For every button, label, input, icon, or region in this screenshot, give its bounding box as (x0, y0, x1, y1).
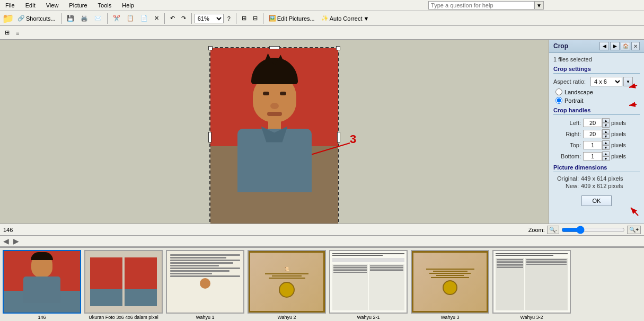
cut-btn[interactable]: ✂️ (110, 13, 123, 23)
landscape-radio[interactable] (555, 88, 562, 95)
annotation-3: 3 (350, 132, 356, 146)
filmstrip-item-4[interactable]: Wahyu 2-1 (329, 250, 408, 320)
files-selected-text: 1 files selected (553, 56, 640, 63)
menu-picture[interactable]: Picture (66, 1, 90, 10)
bottom-up-btn[interactable]: ▲ (602, 151, 610, 156)
filmstrip-thumb-3: 📜 (248, 250, 326, 314)
right-input[interactable]: 20 (583, 130, 602, 138)
filmstrip-label-0: 146 (38, 315, 46, 320)
separator2 (107, 13, 108, 24)
menu-file[interactable]: File (2, 1, 18, 10)
crop-handle-tl[interactable] (208, 46, 213, 50)
right-pixels-label: pixels (611, 131, 626, 137)
filmstrip-item-5[interactable]: Wahyu 3 (410, 250, 490, 320)
filmstrip-item-0[interactable]: 146 (2, 250, 82, 320)
aspect-ratio-row: Aspect ratio: 4 x 6 3 x 5 2 x 3 ▼ (553, 77, 640, 86)
nav-left-btn[interactable]: ◀ (3, 237, 9, 245)
top-pixels-label: pixels (611, 142, 626, 148)
portrait-radio[interactable] (555, 97, 562, 104)
view-btn1[interactable]: ⊞ (2, 28, 12, 38)
menu-tools[interactable]: Tools (95, 1, 115, 10)
email-btn[interactable]: ✉️ (92, 13, 104, 23)
filmstrip-item-3[interactable]: 📜 Wahyu 2 (247, 250, 327, 320)
ok-button[interactable]: OK (581, 195, 612, 206)
save-btn[interactable]: 💾 (64, 13, 77, 23)
menu-help[interactable]: Help (119, 1, 137, 10)
right-up-btn[interactable]: ▲ (602, 129, 610, 134)
portrait-label: Portrait (564, 97, 583, 104)
panel-header: Crop ◀ ▶ 🏠 ✕ (549, 40, 644, 53)
bottom-label: Bottom: (553, 153, 581, 159)
view-btn2[interactable]: ≡ (13, 28, 22, 38)
left-down-btn[interactable]: ▼ (602, 123, 610, 128)
left-input[interactable]: 20 (583, 119, 602, 127)
right-label: Right: (553, 131, 581, 137)
redo-btn[interactable]: ↷ (179, 13, 189, 23)
toolbar2: ⊞ ≡ (0, 26, 644, 40)
new-label: New: (553, 183, 579, 189)
zoom-help-btn[interactable]: ? (225, 14, 233, 23)
toolbar1-btn[interactable]: ⊞ (239, 13, 249, 23)
filmstrip: 146 Ukuran Foto 3x6 4x6 dalam pixel (0, 247, 644, 321)
zoom-select[interactable]: 61% 50% 75% 100% (195, 14, 224, 23)
zoom-control: Zoom: 🔍- 🔍+ (528, 226, 641, 234)
delete-btn[interactable]: ✕ (152, 13, 162, 23)
bottom-input[interactable]: 1 (583, 152, 602, 160)
top-down-btn[interactable]: ▼ (602, 145, 610, 150)
nav-right-btn[interactable]: ▶ (13, 237, 19, 245)
auto-correct-btn[interactable]: ✨ Auto Correct ▼ (319, 13, 372, 23)
auto-correct-icon: ✨ (321, 15, 329, 22)
panel-home-btn[interactable]: 🏠 (621, 42, 630, 50)
left-up-btn[interactable]: ▲ (602, 118, 610, 123)
top-input[interactable]: 1 (583, 141, 602, 149)
menu-edit[interactable]: Edit (22, 1, 39, 10)
paste-btn[interactable]: 📄 (138, 13, 151, 23)
arrow-4-svg (627, 202, 642, 218)
aspect-ratio-select[interactable]: 4 x 6 3 x 5 2 x 3 (590, 77, 622, 86)
crop-handle-tr[interactable] (336, 46, 340, 50)
new-value: 409 x 612 pixels (581, 183, 623, 189)
shortcuts-btn[interactable]: 🔗 Shortcuts... (15, 13, 58, 23)
picture-dimensions-title: Picture dimensions (553, 164, 640, 172)
panel-back-btn[interactable]: ◀ (599, 42, 609, 50)
menu-view[interactable]: View (43, 1, 62, 10)
crop-handle-tm[interactable] (269, 46, 280, 49)
help-search-btn[interactable]: ▼ (534, 1, 544, 10)
crop-handle-mr[interactable] (337, 132, 340, 142)
panel-title: Crop (553, 42, 568, 50)
filmstrip-item-1[interactable]: Ukuran Foto 3x6 4x6 dalam pixel (84, 250, 163, 320)
menu-bar: File Edit View Picture Tools Help ▼ (0, 0, 644, 11)
zoom-slider[interactable] (561, 226, 625, 234)
panel-forward-btn[interactable]: ▶ (610, 42, 620, 50)
top-label: Top: (553, 142, 581, 148)
toolbar2-btn[interactable]: ⊟ (250, 13, 260, 23)
help-search-input[interactable] (428, 1, 534, 10)
filmstrip-item-6[interactable]: Wahyu 3-2 (492, 250, 571, 320)
filmstrip-item-2[interactable]: Wahyu 1 (165, 250, 245, 320)
right-down-btn[interactable]: ▼ (602, 134, 610, 139)
shortcuts-icon: 🔗 (17, 15, 25, 22)
crop-handle-ml[interactable] (208, 132, 211, 142)
left-spin-row: Left: 20 ▲ ▼ pixels (553, 118, 640, 128)
panel-close-btn[interactable]: ✕ (631, 42, 640, 50)
separator1 (61, 13, 61, 24)
filmstrip-label-5: Wahyu 3 (440, 315, 459, 320)
edit-pictures-btn[interactable]: 🖼️ Edit Pictures... (266, 13, 317, 23)
top-up-btn[interactable]: ▲ (602, 140, 610, 145)
original-value: 449 x 614 pixels (581, 175, 623, 182)
separator3 (164, 13, 165, 24)
bottom-spin-row: Bottom: 1 ▲ ▼ pixels (553, 151, 640, 161)
filmstrip-label-4: Wahyu 2-1 (357, 315, 380, 320)
zoom-out-btn[interactable]: 🔍- (547, 226, 559, 234)
aspect-ratio-value: 4 x 6 3 x 5 2 x 3 ▼ (590, 77, 633, 86)
undo-btn[interactable]: ↶ (167, 13, 178, 23)
edit-pictures-icon: 🖼️ (269, 15, 276, 22)
copy-btn[interactable]: 📋 (124, 13, 137, 23)
bottom-down-btn[interactable]: ▼ (602, 156, 610, 161)
zoom-in-btn[interactable]: 🔍+ (627, 226, 641, 234)
print-btn[interactable]: 🖨️ (78, 13, 91, 23)
filmstrip-label-6: Wahyu 3-2 (520, 315, 543, 320)
aspect-ratio-dropdown-arrow[interactable]: ▼ (623, 77, 633, 86)
separator4 (191, 13, 192, 24)
top-spin-btns: ▲ ▼ (602, 140, 610, 150)
